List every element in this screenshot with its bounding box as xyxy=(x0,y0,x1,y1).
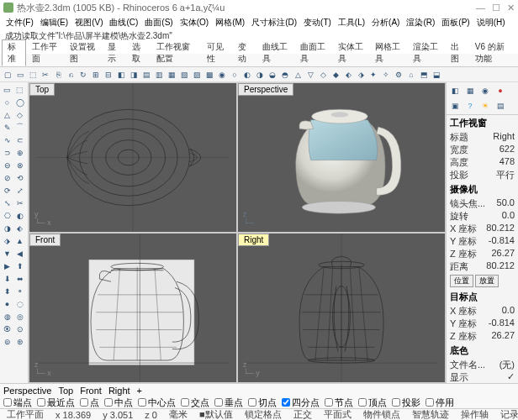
main-tab[interactable]: 标准 xyxy=(2,39,26,66)
property-row[interactable]: 距离80.212 xyxy=(447,260,518,273)
viewport-label-perspective[interactable]: Perspective xyxy=(238,83,293,96)
property-row[interactable]: Y 座标-0.814 xyxy=(447,318,518,330)
property-row[interactable]: Z 座标26.27 xyxy=(447,330,518,343)
side-tool-icon[interactable]: ⚬ xyxy=(13,285,26,297)
toolbar-icon[interactable]: ⊞ xyxy=(90,69,102,81)
property-value[interactable]: -0.814 xyxy=(489,318,515,330)
side-tool-icon[interactable]: △ xyxy=(1,108,13,121)
menu-item[interactable]: 视图(V) xyxy=(72,17,105,29)
toolbar-icon[interactable]: ◓ xyxy=(279,69,291,81)
side-tool-icon[interactable]: ⊃ xyxy=(1,146,13,159)
osnap-option[interactable]: 切点 xyxy=(248,396,277,408)
osnap-option[interactable]: 端点 xyxy=(3,396,32,408)
side-tool-icon[interactable]: ◀ xyxy=(13,247,26,260)
location-button[interactable]: 位置 xyxy=(450,275,473,287)
toolbar-icon[interactable]: ▩ xyxy=(204,69,215,81)
side-tool-icon[interactable]: ⊂ xyxy=(13,134,26,146)
main-tab[interactable]: 工作平面 xyxy=(26,39,64,66)
property-value[interactable]: 0.0 xyxy=(502,210,515,223)
property-row[interactable]: X 座标0.0 xyxy=(447,305,518,318)
side-tool-icon[interactable]: ◑ xyxy=(1,222,13,234)
side-tool-icon[interactable]: ⤢ xyxy=(13,184,26,197)
osnap-checkbox[interactable] xyxy=(181,398,189,407)
menu-item[interactable]: 工具(L) xyxy=(336,17,367,29)
property-row[interactable]: 高度478 xyxy=(447,156,518,169)
side-tool-icon[interactable]: ⌒ xyxy=(13,121,26,134)
toolbar-icon[interactable]: ✧ xyxy=(380,69,392,81)
property-value[interactable]: 622 xyxy=(500,144,515,156)
main-tab[interactable]: 显示 xyxy=(102,39,126,66)
main-tab[interactable]: 渲染工具 xyxy=(407,39,445,66)
property-value[interactable]: -0.814 xyxy=(489,235,515,248)
toolbar-icon[interactable]: ▭ xyxy=(14,69,26,81)
viewport-tab[interactable]: Right xyxy=(108,386,130,396)
osnap-option[interactable]: 中点 xyxy=(104,396,133,408)
property-row[interactable]: 旋转0.0 xyxy=(447,210,518,223)
main-tab[interactable]: 设置视图 xyxy=(64,39,102,66)
toolbar-icon[interactable]: ◉ xyxy=(216,69,228,81)
toolbar-icon[interactable]: △ xyxy=(292,69,304,81)
property-value[interactable]: 平行 xyxy=(496,169,515,181)
toolbar-icon[interactable]: ⎘ xyxy=(52,69,64,81)
viewport-top[interactable]: Top y└─ x xyxy=(29,83,236,232)
sun-icon[interactable]: ☀ xyxy=(478,99,492,113)
side-tool-icon[interactable]: ◌ xyxy=(13,297,26,310)
property-row[interactable]: 投影平行 xyxy=(447,169,518,181)
property-value[interactable]: 26.27 xyxy=(491,330,515,343)
camera-icon[interactable]: ▣ xyxy=(448,99,462,113)
osnap-checkbox[interactable] xyxy=(358,398,367,407)
main-tab[interactable]: V6 的新功能 xyxy=(469,39,516,66)
menu-item[interactable]: 网格(M) xyxy=(213,17,247,29)
toolbar-icon[interactable]: ⬓ xyxy=(431,69,442,81)
property-row[interactable]: Z 座标26.27 xyxy=(447,248,518,260)
status-item[interactable]: 毫米 xyxy=(166,408,191,420)
osnap-option[interactable]: 点 xyxy=(80,396,99,408)
property-row[interactable]: 镜头焦...50.0 xyxy=(447,197,518,210)
property-row[interactable]: 显示✓ xyxy=(447,371,518,384)
toolbar-icon[interactable]: ↻ xyxy=(77,69,89,81)
side-tool-icon[interactable]: ⬆ xyxy=(13,260,26,272)
toolbar-icon[interactable]: ▥ xyxy=(153,69,165,81)
maximize-button[interactable]: ☐ xyxy=(492,3,500,13)
side-tool-icon[interactable]: ▼ xyxy=(1,247,13,260)
property-value[interactable]: ✓ xyxy=(507,371,515,384)
side-tool-icon[interactable]: ⦿ xyxy=(1,323,13,335)
osnap-checkbox[interactable] xyxy=(80,398,88,407)
osnap-checkbox[interactable] xyxy=(104,398,113,407)
property-value[interactable]: 80.212 xyxy=(486,260,515,273)
osnap-checkbox[interactable] xyxy=(248,398,256,407)
side-tool-icon[interactable]: ⤡ xyxy=(1,197,13,209)
side-tool-icon[interactable]: ▶ xyxy=(1,260,13,272)
viewport-tab[interactable]: Front xyxy=(80,386,102,396)
help-icon[interactable]: ? xyxy=(463,99,477,113)
side-tool-icon[interactable]: ⊘ xyxy=(1,171,13,184)
osnap-option[interactable]: 最近点 xyxy=(37,396,75,408)
toolbar-icon[interactable]: ▨ xyxy=(191,69,203,81)
place-button[interactable]: 放置 xyxy=(475,275,499,287)
property-value[interactable]: 0.0 xyxy=(502,305,515,318)
toolbar-icon[interactable]: ◨ xyxy=(128,69,140,81)
osnap-option[interactable]: 中心点 xyxy=(138,396,176,408)
side-tool-icon[interactable]: ⬚ xyxy=(13,83,26,96)
status-item[interactable]: 正交 xyxy=(290,408,315,420)
layers-icon[interactable]: ▦ xyxy=(463,84,477,97)
property-row[interactable]: Y 座标-0.814 xyxy=(447,235,518,248)
viewport-perspective[interactable]: Perspective z└─ xyxy=(238,83,445,232)
toolbar-icon[interactable]: ⌂ xyxy=(405,69,417,81)
menu-item[interactable]: 尺寸标注(D) xyxy=(249,17,299,29)
osnap-option[interactable]: 顶点 xyxy=(358,396,387,408)
viewport-right[interactable]: Right xyxy=(238,234,445,382)
property-row[interactable]: 标题Right xyxy=(447,131,518,144)
toolbar-icon[interactable]: ▦ xyxy=(166,69,177,81)
status-item[interactable]: 工作平面 xyxy=(3,408,47,420)
main-tab[interactable]: 曲面工具 xyxy=(294,39,332,66)
status-item[interactable]: 物件锁点 xyxy=(360,408,404,420)
main-tab[interactable]: 网格工具 xyxy=(369,39,407,66)
side-tool-icon[interactable]: ⬇ xyxy=(1,272,13,285)
viewport-tab[interactable]: Perspective xyxy=(3,386,51,396)
viewport-label-front[interactable]: Front xyxy=(29,234,61,246)
status-item[interactable]: ■默认值 xyxy=(196,408,236,420)
osnap-option[interactable]: 停用 xyxy=(426,396,454,408)
side-tool-icon[interactable]: ⊕ xyxy=(13,146,26,159)
main-tab[interactable]: 工作视窗配置 xyxy=(151,39,201,66)
